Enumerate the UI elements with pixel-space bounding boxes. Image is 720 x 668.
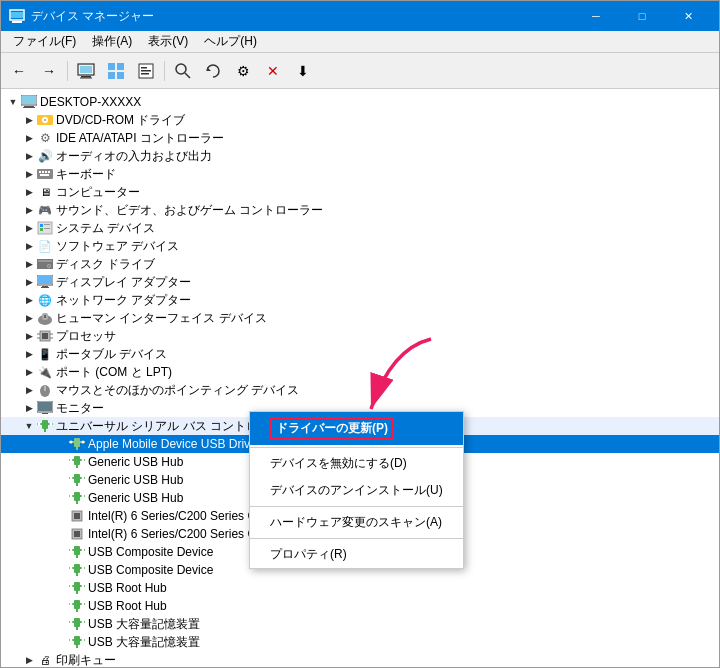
expander-roothub2 xyxy=(53,598,69,614)
expander-network[interactable]: ▶ xyxy=(21,292,37,308)
refresh-button[interactable] xyxy=(199,57,227,85)
svg-rect-87 xyxy=(76,501,78,504)
back-button[interactable]: ← xyxy=(5,57,33,85)
context-menu-disable[interactable]: デバイスを無効にする(D) xyxy=(250,450,463,477)
expander-disk[interactable]: ▶ xyxy=(21,256,37,272)
expander-sound[interactable]: ▶ xyxy=(21,202,37,218)
svg-point-39 xyxy=(48,265,50,267)
context-menu-uninstall[interactable]: デバイスのアンインストール(U) xyxy=(250,477,463,504)
context-menu-scan[interactable]: ハードウェア変更のスキャン(A) xyxy=(250,509,463,536)
menu-file[interactable]: ファイル(F) xyxy=(5,31,84,52)
menu-action[interactable]: 操作(A) xyxy=(84,31,140,52)
tree-view[interactable]: ▼ DESKTOP-XXXXX ▶ xyxy=(1,89,719,667)
tree-item-root-hub-2[interactable]: USB Root Hub xyxy=(1,597,719,615)
svg-rect-97 xyxy=(76,555,78,558)
menu-help[interactable]: ヘルプ(H) xyxy=(196,31,265,52)
svg-rect-33 xyxy=(44,224,50,225)
forward-button[interactable]: → xyxy=(35,57,63,85)
properties-label: プロパティ(R) xyxy=(270,547,347,561)
tree-item-system[interactable]: ▶ システム デバイス xyxy=(1,219,719,237)
download-button[interactable]: ⬇ xyxy=(289,57,317,85)
expander-system[interactable]: ▶ xyxy=(21,220,37,236)
hub2-icon xyxy=(69,472,85,488)
expander-mass1 xyxy=(53,616,69,632)
tree-item-keyboard[interactable]: ▶ キーボード xyxy=(1,165,719,183)
window-title: デバイス マネージャー xyxy=(31,8,154,25)
expander-audio[interactable]: ▶ xyxy=(21,148,37,164)
expander-dvd[interactable]: ▶ xyxy=(21,112,37,128)
remove-button[interactable]: ✕ xyxy=(259,57,287,85)
tree-item-root-hub-1[interactable]: USB Root Hub xyxy=(1,579,719,597)
expander-hid[interactable]: ▶ xyxy=(21,310,37,326)
svg-rect-32 xyxy=(40,224,43,227)
maximize-button[interactable]: □ xyxy=(619,1,665,31)
tree-item-print[interactable]: ▶ 🖨 印刷キュー xyxy=(1,651,719,667)
print-icon: 🖨 xyxy=(37,652,53,667)
svg-rect-57 xyxy=(42,413,48,414)
device-manager-window: デバイス マネージャー ─ □ ✕ ファイル(F) 操作(A) 表示(V) ヘル… xyxy=(0,0,720,668)
tree-item-software[interactable]: ▶ 📄 ソフトウェア デバイス xyxy=(1,237,719,255)
grid-button[interactable] xyxy=(102,57,130,85)
tree-item-dvd[interactable]: ▶ DVD/CD-ROM ドライブ xyxy=(1,111,719,129)
expander-ide[interactable]: ▶ xyxy=(21,130,37,146)
svg-rect-70 xyxy=(74,456,80,465)
context-menu-update-driver[interactable]: ドライバーの更新(P) xyxy=(250,412,463,445)
expander-print[interactable]: ▶ xyxy=(21,652,37,667)
expander-apple xyxy=(53,436,69,452)
expander-root[interactable]: ▼ xyxy=(5,94,21,110)
expander-computer[interactable]: ▶ xyxy=(21,184,37,200)
svg-rect-29 xyxy=(48,171,50,173)
tree-item-display[interactable]: ▶ ディスプレイ アダプター xyxy=(1,273,719,291)
tree-item-portable[interactable]: ▶ 📱 ポータブル デバイス xyxy=(1,345,719,363)
tree-item-ports[interactable]: ▶ 🔌 ポート (COM と LPT) xyxy=(1,363,719,381)
tree-item-ide[interactable]: ▶ ⚙ IDE ATA/ATAPI コントローラー xyxy=(1,129,719,147)
svg-point-86 xyxy=(82,495,85,498)
expander-keyboard[interactable]: ▶ xyxy=(21,166,37,182)
tree-item-mouse[interactable]: ▶ マウスとそのほかのポインティング デバイス xyxy=(1,381,719,399)
computer-button[interactable] xyxy=(72,57,100,85)
mouse-label: マウスとそのほかのポインティング デバイス xyxy=(56,382,299,399)
display-icon xyxy=(37,274,53,290)
svg-rect-110 xyxy=(74,600,80,609)
settings-button[interactable]: ⚙ xyxy=(229,57,257,85)
expander-mouse[interactable]: ▶ xyxy=(21,382,37,398)
tree-item-sound[interactable]: ▶ 🎮 サウンド、ビデオ、およびゲーム コントローラー xyxy=(1,201,719,219)
menu-view[interactable]: 表示(V) xyxy=(140,31,196,52)
search-button[interactable] xyxy=(169,57,197,85)
sound-label: サウンド、ビデオ、およびゲーム コントローラー xyxy=(56,202,323,219)
composite1-icon xyxy=(69,544,85,560)
properties-button[interactable] xyxy=(132,57,160,85)
minimize-button[interactable]: ─ xyxy=(573,1,619,31)
tree-item-disk[interactable]: ▶ ディスク ドライブ xyxy=(1,255,719,273)
expander-usb[interactable]: ▼ xyxy=(21,418,37,434)
svg-rect-26 xyxy=(39,171,41,173)
svg-point-79 xyxy=(70,477,73,480)
svg-point-73 xyxy=(70,459,73,462)
expander-monitor[interactable]: ▶ xyxy=(21,400,37,416)
portable-label: ポータブル デバイス xyxy=(56,346,167,363)
tree-item-root[interactable]: ▼ DESKTOP-XXXXX xyxy=(1,93,719,111)
tree-item-mass-1[interactable]: USB 大容量記憶装置 xyxy=(1,615,719,633)
tree-item-hid[interactable]: ▶ ヒューマン インターフェイス デバイス xyxy=(1,309,719,327)
expander-software[interactable]: ▶ xyxy=(21,238,37,254)
svg-rect-116 xyxy=(74,618,80,627)
expander-portable[interactable]: ▶ xyxy=(21,346,37,362)
dvd-icon xyxy=(37,112,53,128)
tree-item-computer[interactable]: ▶ 🖥 コンピューター xyxy=(1,183,719,201)
expander-processor[interactable]: ▶ xyxy=(21,328,37,344)
expander-ports[interactable]: ▶ xyxy=(21,364,37,380)
context-menu-properties[interactable]: プロパティ(R) xyxy=(250,541,463,568)
tree-item-audio[interactable]: ▶ 🔊 オーディオの入力および出力 xyxy=(1,147,719,165)
uninstall-label: デバイスのアンインストール(U) xyxy=(270,483,443,497)
usb-controller-icon xyxy=(37,418,53,434)
tree-item-processor[interactable]: ▶ プロセッサ xyxy=(1,327,719,345)
svg-rect-122 xyxy=(74,636,80,645)
close-button[interactable]: ✕ xyxy=(665,1,711,31)
expander-display[interactable]: ▶ xyxy=(21,274,37,290)
audio-icon: 🔊 xyxy=(37,148,53,164)
expander-hub2 xyxy=(53,472,69,488)
svg-line-16 xyxy=(185,73,190,78)
tree-item-network[interactable]: ▶ 🌐 ネットワーク アダプター xyxy=(1,291,719,309)
tree-item-mass-2[interactable]: USB 大容量記憶装置 xyxy=(1,633,719,651)
expander-hub1 xyxy=(53,454,69,470)
